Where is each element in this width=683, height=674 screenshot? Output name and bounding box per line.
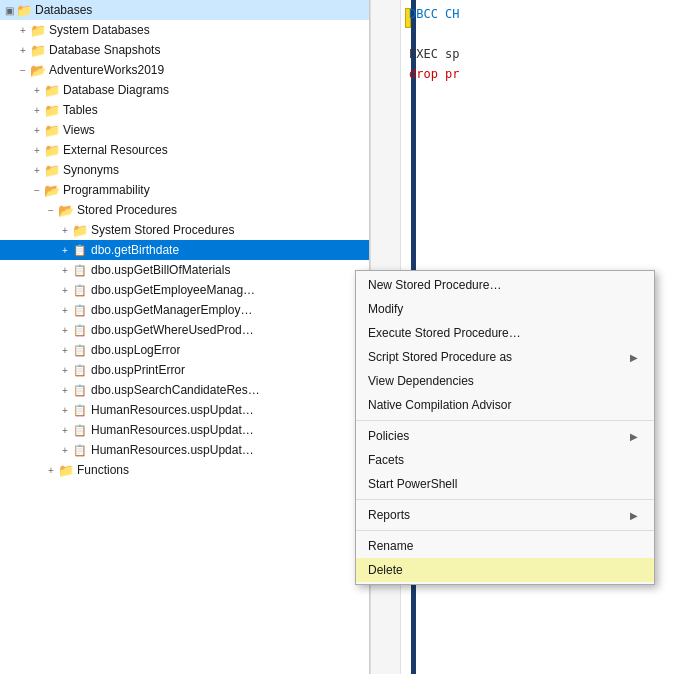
- proc-icon: 📋: [72, 283, 88, 297]
- proc-icon: 📋: [72, 443, 88, 457]
- tree-item-1[interactable]: + 📁 System Databases: [0, 20, 369, 40]
- proc-icon: 📋: [72, 323, 88, 337]
- folder-open-icon: 📂: [30, 63, 46, 77]
- tree-item-label: dbo.uspPrintError: [91, 363, 185, 377]
- tree-item-13[interactable]: + 📋 dbo.uspGetBillOfMaterials: [0, 260, 369, 280]
- tree-item-11[interactable]: + 📁 System Stored Procedures: [0, 220, 369, 240]
- tree-expander[interactable]: +: [58, 425, 72, 436]
- tree-item-9[interactable]: − 📂 Programmability: [0, 180, 369, 200]
- menu-separator: [356, 530, 654, 531]
- tree-item-label: Programmability: [63, 183, 150, 197]
- folder-icon: 📁: [44, 143, 60, 157]
- folder-icon: 📁: [72, 223, 88, 237]
- tree-item-21[interactable]: + 📋 HumanResources.uspUpdat…: [0, 420, 369, 440]
- tree-item-5[interactable]: + 📁 Tables: [0, 100, 369, 120]
- tree-item-label: HumanResources.uspUpdat…: [91, 403, 254, 417]
- tree-item-label: Synonyms: [63, 163, 119, 177]
- tree-item-label: Databases: [35, 3, 92, 17]
- tree-expander[interactable]: +: [58, 445, 72, 456]
- tree-item-22[interactable]: + 📋 HumanResources.uspUpdat…: [0, 440, 369, 460]
- tree-expander[interactable]: +: [58, 345, 72, 356]
- folder-icon: 📁: [30, 23, 46, 37]
- code-text: DBCC CH: [409, 7, 460, 21]
- menu-separator: [356, 499, 654, 500]
- proc-icon: 📋: [72, 363, 88, 377]
- tree-item-12[interactable]: + 📋 dbo.getBirthdate: [0, 240, 369, 260]
- tree-item-4[interactable]: + 📁 Database Diagrams: [0, 80, 369, 100]
- menu-item-label: View Dependencies: [368, 374, 474, 388]
- tree-expander[interactable]: +: [58, 305, 72, 316]
- tree-expander[interactable]: +: [58, 365, 72, 376]
- tree-item-18[interactable]: + 📋 dbo.uspPrintError: [0, 360, 369, 380]
- tree-expander[interactable]: +: [58, 385, 72, 396]
- folder-icon: 📁: [30, 43, 46, 57]
- folder-open-icon: 📂: [58, 203, 74, 217]
- tree-item-label: dbo.uspGetWhereUsedProd…: [91, 323, 254, 337]
- tree-expander[interactable]: +: [58, 265, 72, 276]
- tree-item-8[interactable]: + 📁 Synonyms: [0, 160, 369, 180]
- tree-expander[interactable]: +: [16, 45, 30, 56]
- context-menu-item-1[interactable]: Modify: [356, 297, 654, 321]
- editor-line-2: [409, 24, 680, 44]
- submenu-arrow-icon: ▶: [630, 510, 638, 521]
- tree-item-14[interactable]: + 📋 dbo.uspGetEmployeeManag…: [0, 280, 369, 300]
- context-menu-item-4[interactable]: View Dependencies: [356, 369, 654, 393]
- tree-expander[interactable]: +: [58, 285, 72, 296]
- menu-separator: [356, 420, 654, 421]
- tree-item-label: Stored Procedures: [77, 203, 177, 217]
- submenu-arrow-icon: ▶: [630, 352, 638, 363]
- context-menu-item-7[interactable]: Facets: [356, 448, 654, 472]
- tree-item-10[interactable]: − 📂 Stored Procedures: [0, 200, 369, 220]
- tree-expander[interactable]: −: [16, 65, 30, 76]
- menu-item-label: Delete: [368, 563, 403, 577]
- tree-expander[interactable]: −: [30, 185, 44, 196]
- tree-item-17[interactable]: + 📋 dbo.uspLogError: [0, 340, 369, 360]
- tree-expander[interactable]: ▣: [2, 5, 16, 16]
- tree-expander[interactable]: +: [58, 325, 72, 336]
- tree-item-6[interactable]: + 📁 Views: [0, 120, 369, 140]
- submenu-arrow-icon: ▶: [630, 431, 638, 442]
- tree-item-0[interactable]: ▣ 📁 Databases: [0, 0, 369, 20]
- tree-expander[interactable]: +: [30, 125, 44, 136]
- tree-expander[interactable]: +: [30, 85, 44, 96]
- tree-item-label: System Databases: [49, 23, 150, 37]
- context-menu-item-5[interactable]: Native Compilation Advisor: [356, 393, 654, 417]
- proc-icon: 📋: [72, 423, 88, 437]
- tree-item-label: Tables: [63, 103, 98, 117]
- context-menu-item-9[interactable]: Reports ▶: [356, 503, 654, 527]
- context-menu: New Stored Procedure… Modify Execute Sto…: [355, 270, 655, 585]
- menu-item-label: Script Stored Procedure as: [368, 350, 512, 364]
- tree-item-7[interactable]: + 📁 External Resources: [0, 140, 369, 160]
- tree-expander[interactable]: +: [30, 165, 44, 176]
- tree-expander[interactable]: +: [58, 225, 72, 236]
- tree-item-15[interactable]: + 📋 dbo.uspGetManagerEmploy…: [0, 300, 369, 320]
- tree-item-23[interactable]: + 📁 Functions: [0, 460, 369, 480]
- context-menu-item-10[interactable]: Rename: [356, 534, 654, 558]
- tree-expander[interactable]: +: [30, 105, 44, 116]
- context-menu-item-8[interactable]: Start PowerShell: [356, 472, 654, 496]
- tree-item-label: Database Snapshots: [49, 43, 160, 57]
- menu-item-label: New Stored Procedure…: [368, 278, 501, 292]
- tree-item-label: HumanResources.uspUpdat…: [91, 443, 254, 457]
- tree-expander[interactable]: +: [30, 145, 44, 156]
- tree-expander[interactable]: +: [44, 465, 58, 476]
- tree-item-3[interactable]: − 📂 AdventureWorks2019: [0, 60, 369, 80]
- tree-item-label: dbo.uspGetEmployeeManag…: [91, 283, 255, 297]
- context-menu-item-0[interactable]: New Stored Procedure…: [356, 273, 654, 297]
- tree-expander[interactable]: +: [58, 405, 72, 416]
- tree-item-19[interactable]: + 📋 dbo.uspSearchCandidateRes…: [0, 380, 369, 400]
- tree-item-label: AdventureWorks2019: [49, 63, 164, 77]
- tree-expander[interactable]: −: [44, 205, 58, 216]
- tree-item-20[interactable]: + 📋 HumanResources.uspUpdat…: [0, 400, 369, 420]
- context-menu-item-2[interactable]: Execute Stored Procedure…: [356, 321, 654, 345]
- context-menu-item-11[interactable]: Delete: [356, 558, 654, 582]
- code-text: drop pr: [409, 67, 460, 81]
- tree-item-label: dbo.getBirthdate: [91, 243, 179, 257]
- menu-item-label: Native Compilation Advisor: [368, 398, 511, 412]
- tree-item-2[interactable]: + 📁 Database Snapshots: [0, 40, 369, 60]
- tree-expander[interactable]: +: [16, 25, 30, 36]
- context-menu-item-3[interactable]: Script Stored Procedure as ▶: [356, 345, 654, 369]
- tree-expander[interactable]: +: [58, 245, 72, 256]
- context-menu-item-6[interactable]: Policies ▶: [356, 424, 654, 448]
- tree-item-16[interactable]: + 📋 dbo.uspGetWhereUsedProd…: [0, 320, 369, 340]
